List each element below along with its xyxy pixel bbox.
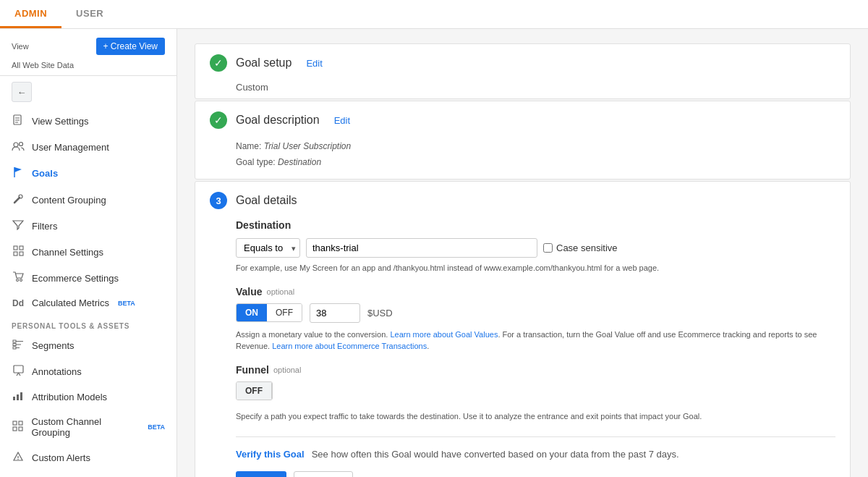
svg-rect-28 <box>13 427 17 431</box>
value-label: Value <box>236 286 263 297</box>
step1-header: ✓ Goal setup Edit <box>195 44 850 82</box>
sidebar-item-custom-alerts[interactable]: Custom Alerts <box>0 444 176 471</box>
grid-icon <box>12 245 25 258</box>
wrench-icon <box>12 193 25 207</box>
sidebar-label-custom-alerts: Custom Alerts <box>32 452 90 463</box>
value-amount-input[interactable] <box>310 303 360 323</box>
doc-icon <box>12 114 25 128</box>
match-type-wrapper: Equals to <box>236 238 300 258</box>
svg-rect-20 <box>14 366 23 373</box>
tab-user[interactable]: USER <box>61 0 118 28</box>
layout: View + Create View All Web Site Data ← V… <box>0 29 868 477</box>
destination-section-title: Destination <box>236 219 835 231</box>
step3-number-icon: 3 <box>210 192 227 209</box>
sidebar-label-custom-channel-grouping: Custom Channel Grouping <box>31 416 139 438</box>
top-nav: ADMIN USER <box>0 0 868 29</box>
all-sites-label: All Web Site Data <box>0 61 176 76</box>
back-button[interactable]: ← <box>12 82 32 102</box>
sidebar-header: View + Create View <box>0 29 176 61</box>
sidebar-item-custom-channel-grouping[interactable]: Custom Channel Grouping BETA <box>0 410 176 444</box>
personal-tools-section-label: PERSONAL TOOLS & ASSETS <box>0 315 176 333</box>
sidebar-item-scheduled-emails[interactable]: Scheduled Emails <box>0 471 176 477</box>
cart-icon <box>12 271 25 284</box>
sidebar-label-annotations: Annotations <box>32 366 82 377</box>
goal-values-link[interactable]: Learn more about Goal Values <box>390 330 498 339</box>
sidebar-label-ecommerce-settings: Ecommerce Settings <box>32 273 119 284</box>
sidebar-item-content-grouping[interactable]: Content Grouping <box>0 187 176 214</box>
case-sensitive-checkbox[interactable] <box>543 243 553 253</box>
sidebar-item-attribution-models[interactable]: Attribution Models <box>0 384 176 410</box>
goal-step-2: ✓ Goal description Edit Name: Trial User… <box>195 101 851 180</box>
step2-name-label: Name: <box>236 141 261 151</box>
sidebar-label-filters: Filters <box>32 221 57 232</box>
alert-icon <box>12 451 25 465</box>
filter-icon <box>12 220 25 232</box>
funnel-label: Funnel <box>236 364 269 376</box>
step2-check-icon: ✓ <box>210 111 227 129</box>
svg-point-12 <box>17 279 19 282</box>
destination-hint: For example, use My Screen for an app an… <box>236 262 835 274</box>
beta-badge-channel: BETA <box>148 423 165 431</box>
create-view-button[interactable]: + Create View <box>96 38 166 55</box>
funnel-hint: Specify a path you expect traffic to tak… <box>236 410 835 423</box>
svg-rect-23 <box>13 397 15 400</box>
match-type-select[interactable]: Equals to <box>236 238 300 258</box>
segments-icon <box>12 339 25 352</box>
users-icon <box>12 141 25 153</box>
destination-field-row: Equals to Case sensitive <box>236 238 835 258</box>
sidebar-item-channel-settings[interactable]: Channel Settings <box>0 239 176 265</box>
svg-point-5 <box>20 143 23 146</box>
sidebar-label-calculated-metrics: Calculated Metrics <box>32 297 109 308</box>
sidebar-label-segments: Segments <box>32 340 75 351</box>
step1-edit-link[interactable]: Edit <box>306 58 322 69</box>
svg-rect-16 <box>13 347 16 349</box>
verify-link[interactable]: Verify this Goal <box>236 449 305 460</box>
funnel-label-row: Funnel optional <box>236 364 835 376</box>
step2-edit-link[interactable]: Edit <box>334 115 350 126</box>
action-row: Save Cancel <box>236 471 835 477</box>
sidebar-item-filters[interactable]: Filters <box>0 214 176 239</box>
sidebar-item-view-settings[interactable]: View Settings <box>0 108 176 135</box>
svg-rect-9 <box>20 246 23 250</box>
value-hint: Assign a monetary value to the conversio… <box>236 329 835 353</box>
sidebar-item-annotations[interactable]: Annotations <box>0 358 176 384</box>
cancel-button[interactable]: Cancel <box>294 471 353 477</box>
step2-type-label: Goal type: <box>236 157 276 167</box>
svg-rect-29 <box>19 427 22 431</box>
svg-point-4 <box>14 143 18 147</box>
view-label: View <box>12 42 29 51</box>
svg-rect-14 <box>13 340 16 342</box>
funnel-section: Funnel optional OFF Specify a path you e… <box>236 364 835 423</box>
attribution-icon <box>12 391 25 403</box>
sidebar-label-view-settings: View Settings <box>32 116 89 127</box>
destination-input[interactable] <box>306 238 537 258</box>
sidebar-item-goals[interactable]: Goals <box>0 160 176 187</box>
sidebar-label-content-grouping: Content Grouping <box>32 195 106 206</box>
value-optional: optional <box>267 287 295 296</box>
annotations-icon <box>12 365 25 378</box>
sidebar-item-segments[interactable]: Segments <box>0 333 176 358</box>
step2-name-value: Trial User Subscription <box>264 141 351 151</box>
sidebar-item-ecommerce-settings[interactable]: Ecommerce Settings <box>0 265 176 291</box>
main-content: ✓ Goal setup Edit Custom ✓ Goal descript… <box>177 29 868 477</box>
sidebar-item-user-management[interactable]: User Management <box>0 135 176 160</box>
sidebar-item-calculated-metrics[interactable]: Dd Calculated Metrics BETA <box>0 291 176 315</box>
value-toggle-off[interactable]: OFF <box>267 304 302 321</box>
svg-rect-11 <box>20 252 23 256</box>
step3-title: Goal details <box>236 194 297 207</box>
tab-admin[interactable]: ADMIN <box>0 0 61 28</box>
beta-badge-calculated: BETA <box>118 300 135 307</box>
svg-rect-15 <box>13 344 16 346</box>
step1-check-icon: ✓ <box>210 54 227 72</box>
step3-header: 3 Goal details <box>195 182 850 219</box>
value-toggle[interactable]: ON OFF <box>236 303 302 322</box>
value-section: Value optional ON OFF $USD Assign a mone… <box>236 286 835 353</box>
funnel-toggle-off[interactable]: OFF <box>237 382 272 400</box>
save-button[interactable]: Save <box>236 471 286 477</box>
value-toggle-on[interactable]: ON <box>237 304 267 321</box>
svg-rect-25 <box>20 392 22 400</box>
ecommerce-transactions-link[interactable]: Learn more about Ecommerce Transactions <box>272 342 427 350</box>
currency-label: $USD <box>367 308 393 318</box>
svg-point-7 <box>19 195 22 198</box>
funnel-toggle[interactable]: OFF <box>236 381 273 400</box>
